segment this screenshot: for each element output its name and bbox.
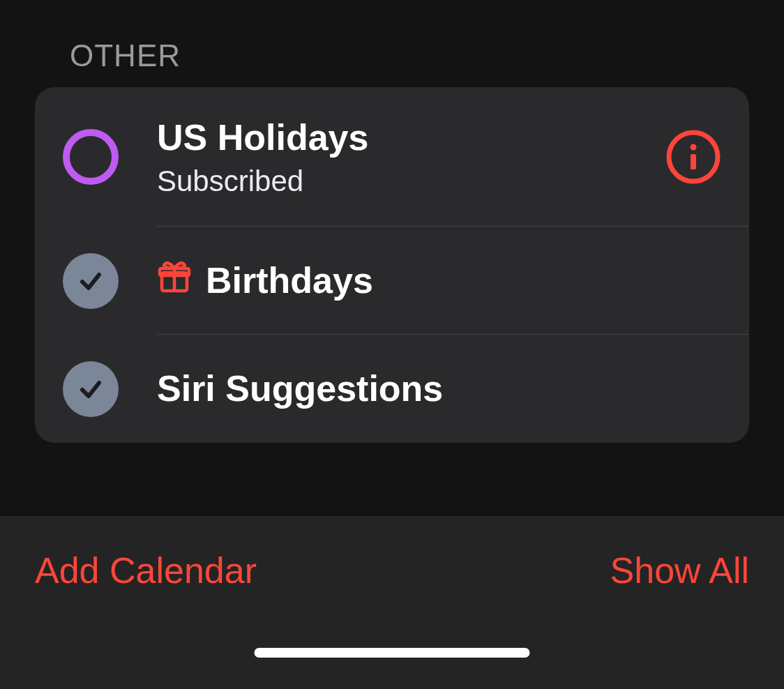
svg-point-1: [691, 144, 697, 151]
checkbox-checked[interactable]: [63, 253, 119, 309]
calendar-row-birthdays[interactable]: Birthdays: [35, 227, 749, 335]
calendar-list-card: US Holidays Subscribed: [35, 87, 749, 443]
gift-icon: [157, 259, 192, 303]
row-content: Birthdays: [157, 259, 721, 303]
show-all-button[interactable]: Show All: [610, 550, 749, 591]
info-icon[interactable]: [665, 129, 721, 185]
row-content: Siri Suggestions: [157, 367, 721, 410]
checkmark-icon: [77, 375, 105, 403]
svg-rect-2: [691, 154, 696, 169]
bottom-toolbar: Add Calendar Show All: [0, 516, 784, 689]
checkbox-checked[interactable]: [63, 361, 119, 417]
calendar-subtitle: Subscribed: [157, 165, 665, 198]
add-calendar-button[interactable]: Add Calendar: [35, 550, 257, 591]
calendar-title: US Holidays: [157, 116, 665, 159]
calendar-row-us-holidays[interactable]: US Holidays Subscribed: [35, 87, 749, 227]
calendar-title: Siri Suggestions: [157, 367, 721, 410]
calendar-row-siri-suggestions[interactable]: Siri Suggestions: [35, 335, 749, 443]
checkbox-unchecked[interactable]: [63, 129, 119, 185]
home-indicator[interactable]: [255, 648, 530, 658]
calendar-title: Birthdays: [206, 259, 373, 302]
section-header-other: OTHER: [0, 0, 784, 87]
row-content: US Holidays Subscribed: [157, 116, 665, 198]
checkmark-icon: [77, 267, 105, 295]
